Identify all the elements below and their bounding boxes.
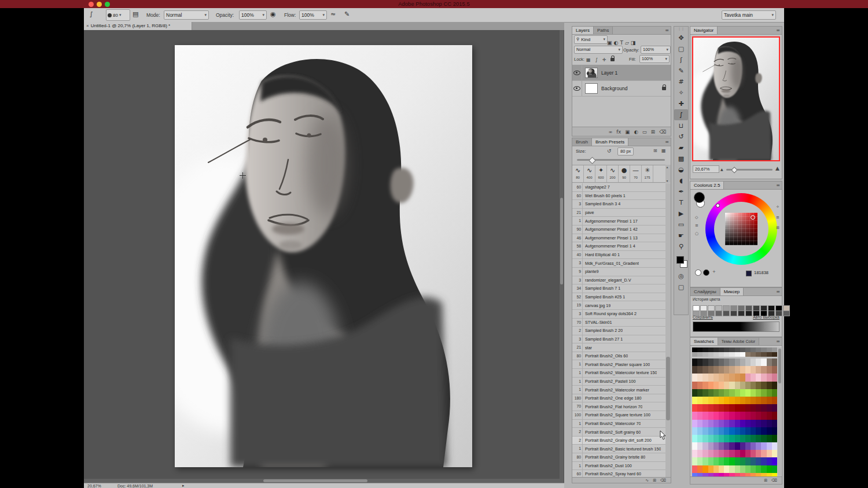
swatch[interactable] <box>735 397 740 404</box>
swatch[interactable] <box>697 397 703 404</box>
swatch[interactable] <box>719 374 724 381</box>
swatch[interactable] <box>703 352 708 357</box>
swatch[interactable] <box>729 389 734 397</box>
navigator-proxy-view[interactable] <box>692 36 780 161</box>
swatch[interactable] <box>724 420 729 427</box>
swatch[interactable] <box>761 352 766 357</box>
layer-mask-icon[interactable]: ▣ <box>625 129 630 135</box>
swatch[interactable] <box>751 457 756 465</box>
brush-preview[interactable]: ✦600 <box>595 165 607 182</box>
swatch[interactable] <box>692 397 697 404</box>
panel-menu-icon[interactable]: ≡ <box>776 288 780 295</box>
swatch[interactable] <box>697 412 703 419</box>
swatch[interactable] <box>767 389 772 397</box>
brush-preset-row[interactable]: 3randomizer_elegant_D.V <box>572 276 665 285</box>
swatch[interactable] <box>767 397 772 404</box>
tab-adobe-color-themes[interactable]: Темы Adobe Color <box>718 338 759 345</box>
saturation-value-square[interactable] <box>725 213 757 245</box>
swatch[interactable] <box>745 366 751 374</box>
swatch[interactable] <box>719 404 724 412</box>
swatch[interactable] <box>719 435 724 442</box>
swatch[interactable] <box>767 457 772 465</box>
eyedropper-tool[interactable]: ✧ <box>674 87 688 98</box>
layer-row[interactable]: Background <box>572 81 671 97</box>
swatch[interactable] <box>735 435 740 442</box>
swatch[interactable] <box>756 427 761 435</box>
save-button[interactable]: Сохранить <box>693 315 713 319</box>
swatch[interactable] <box>761 465 766 473</box>
new-layer-icon[interactable]: ⊞ <box>651 129 655 135</box>
swatch[interactable] <box>767 450 772 457</box>
swatch[interactable] <box>735 358 740 366</box>
swatch[interactable] <box>703 404 708 412</box>
swatch[interactable] <box>729 465 734 473</box>
brush-preset-row[interactable]: 3Soft Round spray dots364 2 <box>572 310 665 319</box>
tab-paths[interactable]: Paths <box>594 27 613 34</box>
swatch[interactable] <box>713 347 719 352</box>
swatch[interactable] <box>756 420 761 427</box>
toggle-preview-icon[interactable]: ⊞ <box>653 148 657 153</box>
swatch[interactable] <box>713 404 719 412</box>
swatch[interactable] <box>761 404 766 412</box>
swatch[interactable] <box>719 366 724 374</box>
swatch[interactable] <box>740 397 745 404</box>
swatch[interactable] <box>751 358 756 366</box>
swatch[interactable] <box>708 450 713 457</box>
canvas-area[interactable] <box>84 30 564 483</box>
swatch[interactable] <box>719 382 724 389</box>
swatch[interactable] <box>756 352 761 357</box>
panel-menu-icon[interactable]: ≡ <box>776 338 780 345</box>
mode-select[interactable]: Normal ▾ <box>164 10 209 20</box>
swatch[interactable] <box>772 427 777 435</box>
swatch[interactable] <box>772 366 777 374</box>
swatch[interactable] <box>692 358 697 366</box>
brush-preset-row[interactable]: 9plante9 <box>572 268 665 276</box>
swatch[interactable] <box>735 427 740 435</box>
tab-layers[interactable]: Layers <box>572 27 594 34</box>
brush-preset-row[interactable]: 1Aufgenommener Pinsel 1 17 <box>572 217 665 225</box>
brush-preset-row[interactable]: 58Aufgenommener Pinsel 1 4 <box>572 242 665 251</box>
brush-preview[interactable]: ∿400 <box>584 165 595 182</box>
swatch[interactable] <box>735 450 740 457</box>
swatch[interactable] <box>756 404 761 412</box>
dodge-tool[interactable]: ◖ <box>674 175 688 186</box>
brush-preset-row[interactable]: 60vlagshape2 7 <box>572 183 665 192</box>
swatch[interactable] <box>756 412 761 419</box>
crop-tool[interactable]: # <box>674 76 688 87</box>
swatch[interactable] <box>703 442 708 450</box>
swatch[interactable] <box>751 374 756 381</box>
swatch[interactable] <box>745 420 751 427</box>
color-history-swatch[interactable] <box>738 310 745 316</box>
brush-preset-row[interactable]: 60Portrait Brush2_Spray hard 60 <box>572 470 665 477</box>
brush-preset-row[interactable]: 21star <box>572 343 665 352</box>
brush-tool[interactable]: ∫ <box>674 109 688 120</box>
document-tab[interactable]: ×Untitled-1 @ 20,7% (Layer 1, RGB/8) * <box>84 22 192 30</box>
swatch[interactable] <box>735 465 740 473</box>
swatch[interactable] <box>767 465 772 473</box>
swatch[interactable] <box>729 374 734 381</box>
swatch[interactable] <box>692 389 697 397</box>
swatch[interactable] <box>729 427 734 435</box>
swatch[interactable] <box>751 442 756 450</box>
swatch[interactable] <box>708 442 713 450</box>
pressure-size-icon[interactable]: ✎ <box>344 10 350 18</box>
tab-swatches[interactable]: Swatches <box>690 338 718 345</box>
swatch[interactable] <box>767 412 772 419</box>
lock-all-icon[interactable] <box>610 58 615 61</box>
swatch[interactable] <box>729 420 734 427</box>
swatch[interactable] <box>692 374 697 381</box>
adjustment-layer-icon[interactable]: ◐ <box>634 129 638 135</box>
swatch[interactable] <box>692 442 697 450</box>
filter-pixel-layers-icon[interactable]: ▣ <box>607 40 612 46</box>
swatch[interactable] <box>719 352 724 357</box>
auto-sample-button[interactable]: Авто Выборка <box>753 315 779 319</box>
swatch[interactable] <box>729 412 734 419</box>
brush-preview[interactable]: ∿80 <box>572 165 584 182</box>
swatch[interactable] <box>692 427 697 435</box>
swatch[interactable] <box>692 450 697 457</box>
swatch[interactable] <box>708 404 713 412</box>
layer-filter-kind[interactable]: ⚲ Kind ▾ <box>574 35 608 44</box>
tab-sliders[interactable]: Слайдеры <box>690 288 720 295</box>
swatch[interactable] <box>708 347 713 352</box>
swatch[interactable] <box>713 358 719 366</box>
